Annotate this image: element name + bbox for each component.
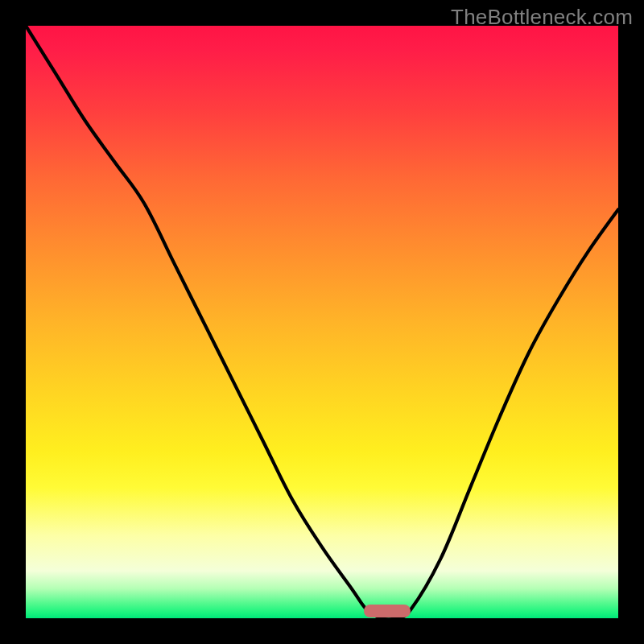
chart-container: TheBottleneck.com [0,0,644,644]
bottleneck-curve [26,26,618,618]
watermark-text: TheBottleneck.com [451,5,633,30]
bottleneck-curve-path [26,26,618,618]
optimal-marker [364,605,411,617]
plot-area [26,26,618,618]
